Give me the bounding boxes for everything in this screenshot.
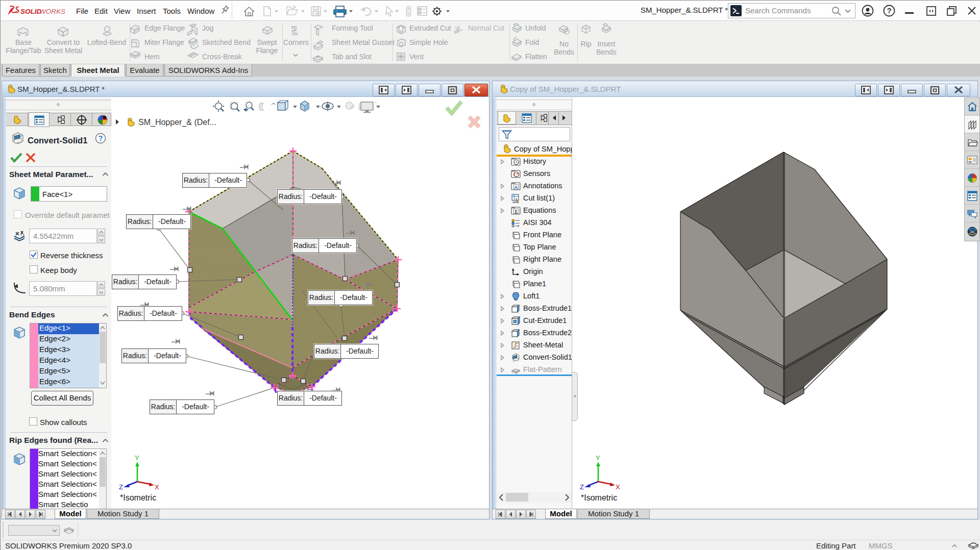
svg-text:*Isometric: *Isometric	[120, 493, 156, 502]
svg-text:Y: Y	[596, 454, 600, 462]
svg-text:3D: 3D	[970, 230, 975, 234]
svg-text:Z: Z	[580, 483, 584, 491]
svg-text:SOLID: SOLID	[20, 8, 42, 15]
svg-text:X: X	[155, 483, 159, 491]
svg-text:WORKS: WORKS	[39, 8, 65, 15]
svg-text:Y: Y	[135, 454, 139, 462]
svg-text:X: X	[616, 483, 620, 491]
svg-text:?: ?	[887, 6, 891, 15]
svg-text:*Isometric: *Isometric	[581, 493, 617, 502]
svg-text:?: ?	[99, 134, 103, 142]
svg-text:T1: T1	[20, 233, 25, 237]
svg-text:Z: Z	[119, 483, 123, 491]
